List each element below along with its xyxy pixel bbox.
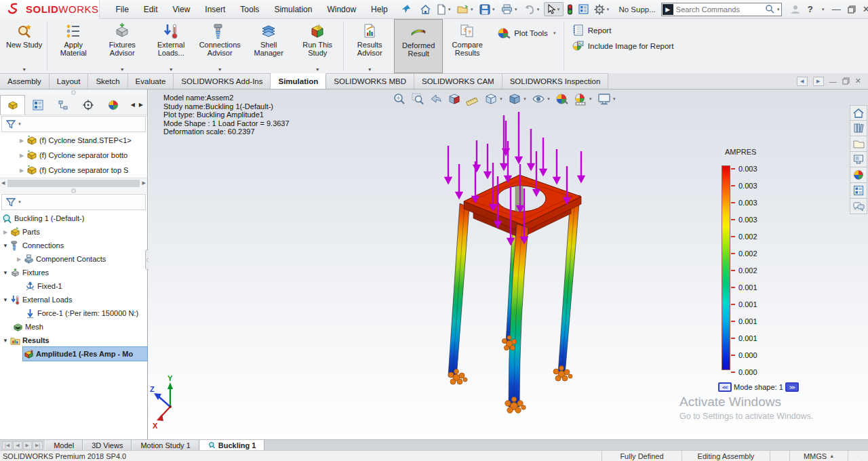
minimize-button[interactable]: — (832, 4, 841, 14)
home-taskpane-button[interactable] (850, 105, 867, 121)
expand-arrow-icon[interactable]: ▶ (1, 229, 9, 235)
tree-row-results[interactable]: ▼ Results (0, 334, 147, 347)
next-mode-shape-button[interactable]: >> (785, 382, 799, 392)
tab-motion-study-1[interactable]: Motion Study 1 (132, 440, 199, 450)
units-dropdown-icon[interactable]: ▲ (829, 454, 834, 458)
menu-tools[interactable]: Tools (233, 2, 266, 17)
open-button[interactable]: ▼ (455, 3, 476, 16)
tree-row-force-1[interactable]: Force-1 (:Per item: 150000 N:) (0, 306, 147, 320)
close-button[interactable]: ✕ (863, 4, 868, 14)
fixtures-advisor-button[interactable]: Fixtures Advisor ▼ (98, 19, 146, 73)
tab-simulation[interactable]: Simulation (271, 73, 326, 89)
appearances-scenes-button[interactable] (850, 167, 867, 183)
connections-advisor-dropdown[interactable]: ▼ (218, 67, 222, 72)
expand-arrow-icon[interactable]: ▶ (15, 256, 23, 262)
expand-arrow-icon[interactable]: ▶ (18, 153, 26, 159)
connections-advisor-button[interactable]: Connections Advisor ▼ (195, 19, 244, 73)
panel-splitter-middle[interactable] (0, 188, 147, 193)
shell-manager-button[interactable]: Shell Manager (244, 19, 293, 73)
external-loads-button[interactable]: External Loads... ▼ (146, 19, 195, 73)
tree-row-fixtures[interactable]: ▼ Fixtures (0, 266, 147, 279)
panel-splitter-top[interactable] (0, 89, 147, 95)
tree-row-study-root[interactable]: Buckling 1 (-Default-) (0, 212, 147, 225)
results-advisor-button[interactable]: Results Advisor ▼ (345, 19, 394, 73)
units-selector[interactable]: MMGS▲ (789, 451, 848, 461)
restore-button[interactable] (848, 5, 856, 14)
tree-row-mesh[interactable]: Mesh (0, 320, 147, 334)
simulation-tree-filter[interactable]: ▼ (1, 194, 146, 210)
tab-solidworks-inspection[interactable]: SOLIDWORKS Inspection (502, 73, 609, 89)
tab-dimxpert-manager[interactable] (75, 95, 100, 115)
menu-insert[interactable]: Insert (198, 2, 232, 17)
support-status-label[interactable]: No Supp... (618, 5, 655, 14)
tree-row-cyclone-separator-top[interactable]: ▶ (f) Cyclone separator top S (0, 163, 137, 178)
file-properties-button[interactable] (576, 3, 591, 16)
results-advisor-dropdown[interactable]: ▼ (368, 67, 372, 72)
collapse-arrow-icon[interactable]: ▼ (1, 297, 9, 303)
menu-window[interactable]: Window (320, 2, 363, 17)
tab-solidworks-cam[interactable]: SOLIDWORKS CAM (414, 73, 502, 89)
selected-result-item[interactable]: u Amplitude1 (-Res Amp - Mo (23, 347, 147, 361)
tab-solidworks-addins[interactable]: SOLIDWORKS Add-Ins (174, 73, 271, 89)
graphics-viewport[interactable]: Model name:Assem2 Study name:Buckling 1(… (149, 89, 868, 439)
rebuild-button[interactable] (565, 3, 575, 16)
collapse-arrow-icon[interactable]: ▼ (1, 243, 9, 249)
undo-button[interactable]: ▼ (521, 3, 542, 16)
plot-tools-dropdown[interactable]: ▼ (553, 31, 557, 35)
plot-tools-button[interactable]: Plot Tools ▼ (492, 24, 562, 42)
open-dropdown[interactable]: ▼ (470, 7, 474, 12)
tab-sketch[interactable]: Sketch (88, 73, 127, 89)
report-button[interactable]: Report (572, 24, 674, 36)
save-dropdown[interactable]: ▼ (492, 7, 496, 12)
new-document-dropdown[interactable]: ▼ (448, 7, 452, 12)
tree-row-fixed-1[interactable]: Fixed-1 (0, 279, 147, 293)
include-image-for-report-button[interactable]: Include Image for Report (572, 40, 674, 52)
tab-scroll-next-icon[interactable]: ▶ (23, 441, 32, 449)
search-icon[interactable] (765, 4, 775, 14)
tree-row-amplitude1[interactable]: u Amplitude1 (-Res Amp - Mo (0, 347, 147, 361)
scroll-right-icon[interactable]: ▶ (141, 179, 147, 187)
tab-solidworks-mbd[interactable]: SOLIDWORKS MBD (326, 73, 414, 89)
custom-properties-button[interactable] (850, 183, 867, 199)
new-document-button[interactable]: ▼ (435, 3, 454, 16)
select-tool-dropdown[interactable]: ▼ (557, 7, 561, 12)
undo-dropdown[interactable]: ▼ (536, 7, 540, 12)
tab-layout[interactable]: Layout (50, 73, 89, 89)
menu-edit[interactable]: Edit (137, 2, 165, 17)
fm-tabs-scroll-left-icon[interactable]: ◀ (131, 102, 135, 108)
expand-arrow-icon[interactable]: ▶ (18, 138, 26, 144)
tab-display-manager[interactable] (100, 95, 125, 115)
tree-row-component-contacts[interactable]: ▶ Component Contacts (0, 252, 147, 266)
tab-evaluate[interactable]: Evaluate (128, 73, 174, 89)
tab-property-manager[interactable] (25, 95, 50, 115)
help-button[interactable]: ? (808, 4, 813, 14)
tree-row-connections[interactable]: ▼ Connections (0, 239, 147, 252)
menu-file[interactable]: File (109, 2, 136, 17)
menu-simulation[interactable]: Simulation (267, 2, 319, 17)
tab-configuration-manager[interactable] (50, 95, 75, 115)
print-button[interactable]: ▼ (499, 3, 520, 16)
run-this-study-button[interactable]: Run This Study ▼ (293, 19, 342, 73)
feature-tree-hscrollbar[interactable]: ◀ ▶ (0, 178, 147, 188)
tree-row-external-loads[interactable]: ▼ External Loads (0, 293, 147, 306)
tree-row-cyclone-stand[interactable]: ▶ (f) Cyclone Stand.STEP<1> (0, 133, 137, 148)
save-button[interactable]: ▼ (477, 3, 498, 16)
pin-menu-icon[interactable] (401, 4, 411, 15)
tree-row-parts[interactable]: ▶ Parts (0, 225, 147, 239)
expand-arrow-icon[interactable]: ▶ (18, 167, 26, 174)
fm-tabs-scroll-right-icon[interactable]: ▶ (139, 102, 143, 108)
external-loads-dropdown[interactable]: ▼ (169, 67, 174, 72)
help-dropdown[interactable]: ▼ (821, 7, 825, 12)
tab-scroll-prev-icon[interactable]: ◀ (13, 441, 22, 449)
doc-close-button[interactable]: ✕ (855, 77, 861, 85)
home-button[interactable] (418, 3, 433, 16)
tree-row-cyclone-separator-bottom[interactable]: ▶ (f) Cyclone separator botto (0, 148, 137, 163)
filter-dropdown[interactable]: ▼ (18, 122, 22, 126)
pane-left-icon[interactable]: ◀ (797, 77, 808, 86)
print-dropdown[interactable]: ▼ (514, 7, 518, 12)
tab-scroll-last-icon[interactable]: ▶| (33, 441, 43, 449)
tab-assembly[interactable]: Assembly (0, 73, 50, 89)
solidworks-forum-button[interactable] (850, 199, 867, 214)
search-commands-input[interactable] (673, 5, 765, 14)
run-this-study-dropdown[interactable]: ▼ (315, 67, 320, 72)
